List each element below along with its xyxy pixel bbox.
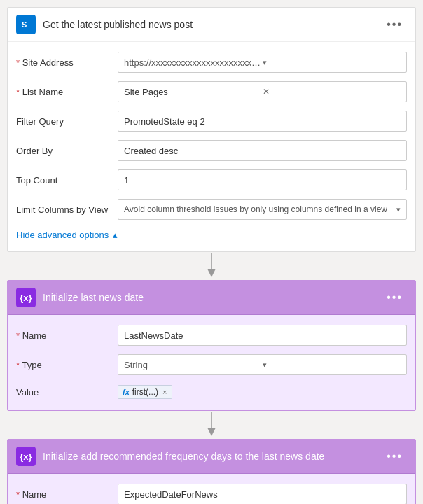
hide-advanced-label: Hide advanced options <box>16 230 109 240</box>
top-count-row: Top Count <box>8 165 415 195</box>
card2-fx-value: first(...) <box>132 387 158 397</box>
card-init-expected-date: {x} Initialize add recommended frequency… <box>7 439 416 504</box>
limit-columns-dropdown[interactable]: Avoid column threshold issues by only us… <box>118 199 407 220</box>
card2-value-label: Value <box>16 387 118 398</box>
card2-value-row: Value fx first(...) × <box>8 379 415 405</box>
variable-icon-2: {x} <box>16 288 36 307</box>
card2-fx-close[interactable]: × <box>162 388 167 396</box>
card2-fx-icon: fx <box>123 388 130 396</box>
card3-name-input[interactable] <box>118 484 407 504</box>
filter-query-row: Filter Query <box>8 106 415 136</box>
card1-title: Get the latest published news post <box>43 19 382 30</box>
card1-body: Site Address https://xxxxxxxxxxxxxxxxxxx… <box>8 42 415 251</box>
site-address-chevron: ▾ <box>263 58 401 67</box>
limit-columns-label: Limit Columns by View <box>16 204 118 215</box>
card3-title: Initialize add recommended frequency day… <box>43 451 382 462</box>
svg-text:S: S <box>22 20 27 29</box>
filter-query-label: Filter Query <box>16 116 118 127</box>
arrow-2 <box>7 411 416 439</box>
card2-type-label: Type <box>16 360 118 370</box>
top-count-input[interactable] <box>118 169 407 190</box>
card2-title: Initialize last news date <box>43 292 382 303</box>
order-by-label: Order By <box>16 146 118 156</box>
hide-advanced-button[interactable]: Hide advanced options ▴ <box>8 224 415 246</box>
card2-name-input[interactable] <box>118 325 407 346</box>
list-name-input[interactable]: Site Pages ✕ <box>118 81 407 102</box>
card-init-last-news: {x} Initialize last news date ••• Name T… <box>7 280 416 411</box>
hide-advanced-chevron-icon: ▴ <box>113 230 118 240</box>
card3-body: Name Type String ▾ Value fx addDays(...)… <box>8 474 415 504</box>
site-address-input[interactable]: https://xxxxxxxxxxxxxxxxxxxxxxxxxx | ▾ <box>118 52 407 73</box>
top-count-label: Top Count <box>16 175 118 186</box>
svg-marker-3 <box>207 269 216 277</box>
order-by-input[interactable] <box>118 140 407 161</box>
limit-columns-value: Avoid column threshold issues by only us… <box>124 204 396 214</box>
card2-name-row: Name <box>8 321 415 350</box>
card3-name-label: Name <box>16 489 118 500</box>
card2-type-dropdown[interactable]: String ▾ <box>118 354 407 375</box>
card3-name-row: Name <box>8 479 415 504</box>
site-address-row: Site Address https://xxxxxxxxxxxxxxxxxxx… <box>8 48 415 77</box>
filter-query-input[interactable] <box>118 111 407 132</box>
list-name-label: List Name <box>16 87 118 97</box>
card2-type-row: Type String ▾ <box>8 350 415 379</box>
list-name-clear-icon[interactable]: ✕ <box>263 87 401 97</box>
site-address-value: https://xxxxxxxxxxxxxxxxxxxxxxxxxx | <box>124 57 263 68</box>
card2-fx-badge[interactable]: fx first(...) × <box>118 385 172 399</box>
card2-more-button[interactable]: ••• <box>382 290 407 305</box>
card2-body: Name Type String ▾ Value fx first(...) × <box>8 315 415 410</box>
limit-columns-row: Limit Columns by View Avoid column thres… <box>8 195 415 224</box>
card3-more-button[interactable]: ••• <box>382 449 407 464</box>
arrow-1 <box>7 252 416 280</box>
card1-header: S Get the latest published news post ••• <box>8 8 415 42</box>
card3-header: {x} Initialize add recommended frequency… <box>8 440 415 474</box>
card1-more-button[interactable]: ••• <box>382 17 407 32</box>
list-name-value: Site Pages <box>124 87 263 97</box>
list-name-row: List Name Site Pages ✕ <box>8 77 415 106</box>
card2-name-label: Name <box>16 330 118 341</box>
variable-icon-3: {x} <box>16 447 36 466</box>
sharepoint-icon: S <box>16 15 36 34</box>
card2-header: {x} Initialize last news date ••• <box>8 281 415 315</box>
card2-type-value: String <box>124 360 263 370</box>
svg-marker-5 <box>207 428 216 436</box>
card2-type-chevron: ▾ <box>263 360 401 370</box>
card-get-news: S Get the latest published news post •••… <box>7 7 416 252</box>
site-address-label: Site Address <box>16 57 118 68</box>
limit-columns-chevron: ▾ <box>396 205 401 214</box>
order-by-row: Order By <box>8 136 415 165</box>
